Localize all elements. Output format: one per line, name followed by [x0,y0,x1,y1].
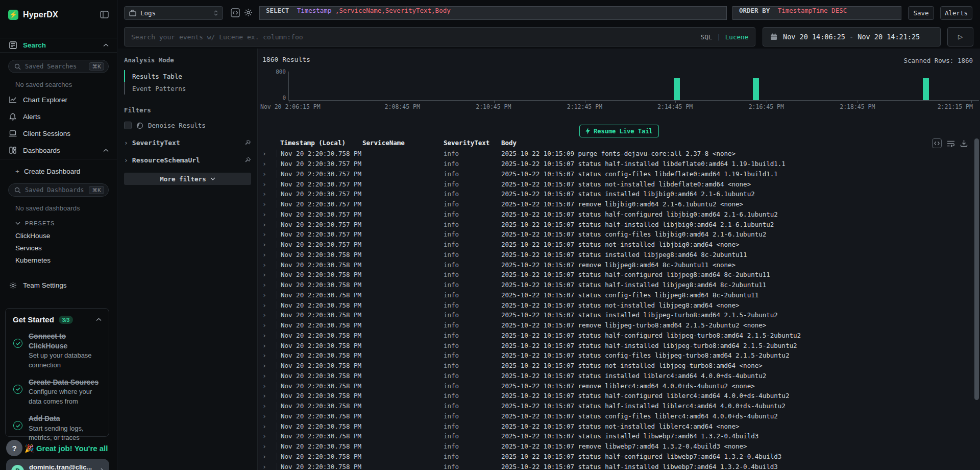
date-range-picker[interactable]: Nov 20 14:06:25 - Nov 20 14:21:25 [763,27,941,46]
sidebar-item-services[interactable]: Services [0,244,117,252]
select-clause-input[interactable]: SELECT Timestamp ,ServiceName,SeverityTe… [259,6,727,20]
pin-icon[interactable] [244,139,251,146]
denoise-checkbox[interactable] [124,122,132,129]
log-row[interactable]: ›Nov 20 2:20:30.758 PMinfo2025-10-22 10:… [258,452,973,462]
log-row[interactable]: ›Nov 20 2:20:30.758 PMinfo2025-10-22 10:… [258,391,973,401]
log-row[interactable]: ›Nov 20 2:20:30.758 PMinfo2025-10-22 10:… [258,361,973,371]
scrollbar-thumb[interactable] [974,138,979,400]
sql-toggle[interactable]: SQL [701,33,713,41]
row-expand-icon[interactable]: › [262,210,277,218]
row-expand-icon[interactable]: › [262,382,277,390]
log-row[interactable]: ›Nov 20 2:20:30.758 PMinfo2025-10-22 10:… [258,149,973,159]
get-started-item[interactable]: Create Data Sources Configure where your… [13,378,102,406]
row-expand-icon[interactable]: › [262,402,277,410]
sidebar-item-kubernetes[interactable]: Kubernetes [0,256,117,264]
log-row[interactable]: ›Nov 20 2:20:30.758 PMinfo2025-10-22 10:… [258,300,973,310]
user-menu[interactable]: D dominic.tran@clic... dominic.tran@clic… [6,459,109,470]
log-row[interactable]: ›Nov 20 2:20:30.757 PMinfo2025-10-22 10:… [258,219,973,229]
log-row[interactable]: ›Nov 20 2:20:30.758 PMinfo2025-10-22 10:… [258,280,973,290]
mode-results-table[interactable]: Results Table [124,70,251,82]
log-row[interactable]: ›Nov 20 2:20:30.758 PMinfo2025-10-22 10:… [258,431,973,441]
presets-toggle[interactable]: PRESETS [0,219,117,227]
mode-event-patterns[interactable]: Event Patterns [124,82,251,95]
log-row[interactable]: ›Nov 20 2:20:30.758 PMinfo2025-10-22 10:… [258,461,973,470]
histogram-bar[interactable] [923,78,929,100]
row-expand-icon[interactable]: › [262,261,277,269]
row-expand-icon[interactable]: › [262,453,277,460]
row-expand-icon[interactable]: › [262,160,277,168]
row-expand-icon[interactable]: › [262,311,277,319]
sql-editor-toggle-icon[interactable] [231,8,240,17]
sidebar-item-dashboards[interactable]: Dashboards [0,145,117,156]
log-row[interactable]: ›Nov 20 2:20:30.757 PMinfo2025-10-22 10:… [258,179,973,189]
row-expand-icon[interactable]: › [262,321,277,329]
row-expand-icon[interactable]: › [262,412,277,420]
pin-icon[interactable] [244,157,251,163]
log-row[interactable]: ›Nov 20 2:20:30.758 PMinfo2025-10-22 10:… [258,350,973,361]
sidebar-item-alerts[interactable]: Alerts [0,111,117,122]
download-icon[interactable] [960,139,968,147]
row-expand-icon[interactable]: › [262,342,277,349]
log-row[interactable]: ›Nov 20 2:20:30.757 PMinfo2025-10-22 10:… [258,240,973,250]
order-by-input[interactable]: ORDER BY TimestampTime DESC [732,6,901,20]
log-row[interactable]: ›Nov 20 2:20:30.758 PMinfo2025-10-22 10:… [258,340,973,350]
row-expand-icon[interactable]: › [262,221,277,228]
log-row[interactable]: ›Nov 20 2:20:30.757 PMinfo2025-10-22 10:… [258,159,973,169]
row-expand-icon[interactable]: › [262,392,277,400]
row-expand-icon[interactable]: › [262,442,277,450]
log-row[interactable]: ›Nov 20 2:20:30.758 PMinfo2025-10-22 10:… [258,331,973,341]
log-row[interactable]: ›Nov 20 2:20:30.758 PMinfo2025-10-22 10:… [258,411,973,421]
get-started-item[interactable]: Add Data Start sending logs, metrics, or… [13,414,102,442]
chevron-up-icon[interactable] [103,43,109,47]
log-row[interactable]: ›Nov 20 2:20:30.757 PMinfo2025-10-22 10:… [258,189,973,199]
row-expand-icon[interactable]: › [262,351,277,359]
resume-live-tail-button[interactable]: Resume Live Tail [579,125,659,137]
get-started-item[interactable]: Connect to ClickHouse Set up your databa… [13,332,102,370]
column-header-servicename[interactable]: ⋮ServiceName [362,139,444,147]
row-expand-icon[interactable]: › [262,281,277,289]
filter-group-severitytext[interactable]: › SeverityText [124,139,251,147]
help-button[interactable]: ? [6,440,22,456]
sidebar-item-team-settings[interactable]: Team Settings [0,279,117,291]
log-row[interactable]: ›Nov 20 2:20:30.758 PMinfo2025-10-22 10:… [258,320,973,331]
view-source-icon[interactable] [932,138,942,148]
save-button[interactable]: Save [908,6,934,20]
log-row[interactable]: ›Nov 20 2:20:30.758 PMinfo2025-10-22 10:… [258,270,973,280]
log-row[interactable]: ›Nov 20 2:20:30.757 PMinfo2025-10-22 10:… [258,169,973,179]
row-expand-icon[interactable]: › [262,332,277,339]
histogram-bar[interactable] [753,78,759,100]
row-expand-icon[interactable]: › [262,170,277,178]
row-expand-icon[interactable]: › [262,372,277,380]
row-expand-icon[interactable]: › [262,200,277,208]
log-row[interactable]: ›Nov 20 2:20:30.758 PMinfo2025-10-22 10:… [258,310,973,320]
row-expand-icon[interactable]: › [262,301,277,309]
sidebar-item-search[interactable]: Search [0,38,117,53]
run-query-button[interactable]: ▷ [947,27,973,46]
log-row[interactable]: ›Nov 20 2:20:30.758 PMinfo2025-10-22 10:… [258,290,973,300]
row-expand-icon[interactable]: › [262,241,277,248]
log-row[interactable]: ›Nov 20 2:20:30.758 PMinfo2025-10-22 10:… [258,250,973,260]
row-expand-icon[interactable]: › [262,150,277,157]
row-expand-icon[interactable]: › [262,291,277,299]
row-expand-icon[interactable]: › [262,432,277,440]
sidebar-item-client-sessions[interactable]: Client Sessions [0,128,117,139]
sidebar-item-chart-explorer[interactable]: Chart Explorer [0,94,117,105]
filter-group-resourceschemaurl[interactable]: › ResourceSchemaUrl [124,156,251,164]
query-settings-gear-icon[interactable] [244,8,253,17]
row-expand-icon[interactable]: › [262,190,277,198]
histogram-bar[interactable] [674,78,680,100]
log-row[interactable]: ›Nov 20 2:20:30.757 PMinfo2025-10-22 10:… [258,229,973,240]
column-header-body[interactable]: ⋮Body [501,139,924,147]
log-row[interactable]: ›Nov 20 2:20:30.758 PMinfo2025-10-22 10:… [258,401,973,411]
saved-dashboards-input[interactable]: Saved Dashboards ⌘K [8,183,109,197]
chevron-up-icon[interactable] [96,318,102,321]
row-expand-icon[interactable]: › [262,180,277,188]
more-filters-button[interactable]: More filters [124,173,251,185]
log-row[interactable]: ›Nov 20 2:20:30.758 PMinfo2025-10-22 10:… [258,381,973,391]
results-histogram[interactable]: 800 0 [288,72,979,101]
create-dashboard-button[interactable]: + Create Dashboard [0,166,117,176]
log-row[interactable]: ›Nov 20 2:20:30.757 PMinfo2025-10-22 10:… [258,209,973,220]
row-expand-icon[interactable]: › [262,422,277,430]
column-header-timestamp[interactable]: Timestamp (Local) [277,139,362,147]
wrap-lines-icon[interactable] [947,140,955,147]
